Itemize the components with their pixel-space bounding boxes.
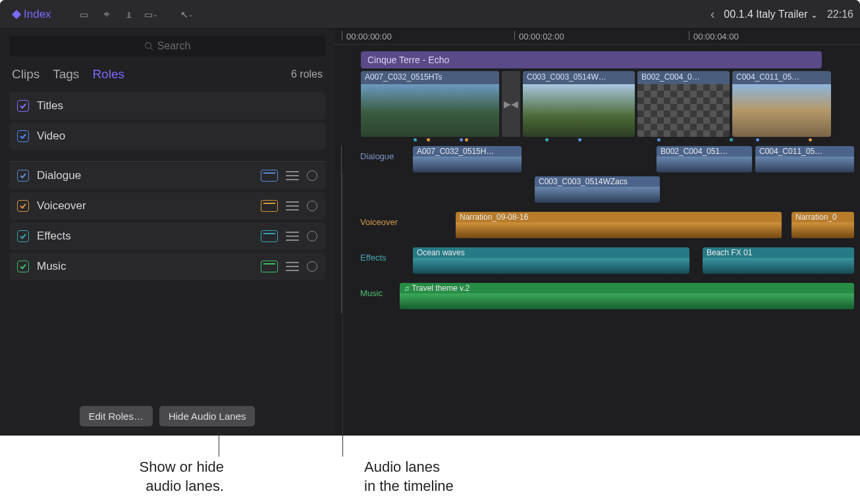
clip-label: Narration_0 <box>792 212 854 222</box>
waveform <box>755 157 854 172</box>
clip-label: B002_C004_051… <box>657 146 752 157</box>
nav-back-icon[interactable]: ‹ <box>711 7 715 22</box>
audio-clip[interactable]: B002_C004_051… <box>657 146 752 172</box>
diamond-icon <box>12 9 21 18</box>
roles-count: 6 roles <box>291 68 323 80</box>
audio-clip[interactable]: C003_C003_0514WZacs <box>535 176 660 203</box>
role-label: Voiceover <box>37 199 86 213</box>
role-row-effects[interactable]: Effects <box>9 222 325 250</box>
audio-lane-music: Music♬ Travel theme v.2 <box>360 283 860 313</box>
clip-label: C004_C011_05… <box>732 71 831 84</box>
clip-label: C003_C003_0514W… <box>523 71 635 84</box>
callout-right: Audio lanesin the timeline <box>364 458 509 495</box>
checkbox-icon[interactable] <box>17 130 29 142</box>
tab-roles[interactable]: Roles <box>92 67 124 82</box>
list-lines-icon[interactable] <box>286 262 299 271</box>
audio-clip[interactable]: C004_C011_05… <box>755 146 854 172</box>
solo-circle-icon[interactable] <box>307 261 317 272</box>
solo-circle-icon[interactable] <box>307 170 317 181</box>
show-lane-icon[interactable] <box>261 230 278 242</box>
checkbox-icon[interactable] <box>17 170 29 182</box>
transition-icon[interactable]: ▶◀ <box>502 71 520 137</box>
index-button[interactable]: Index <box>7 5 58 24</box>
role-label: Video <box>37 130 65 143</box>
audio-clip[interactable]: Beach FX 01 <box>703 247 854 274</box>
role-row-titles[interactable]: Titles <box>9 92 325 120</box>
checkbox-icon[interactable] <box>17 200 29 212</box>
role-row-dialogue[interactable]: Dialogue <box>9 162 325 189</box>
solo-circle-icon[interactable] <box>307 231 317 241</box>
clip-label: B002_C004_0… <box>637 71 730 84</box>
video-clip[interactable]: A007_C032_0515HTs <box>361 71 499 137</box>
tab-tags[interactable]: Tags <box>53 67 79 82</box>
waveform <box>792 222 854 238</box>
layout-icon-1[interactable]: ▭ <box>75 7 94 22</box>
edit-roles-button[interactable]: Edit Roles… <box>80 406 153 426</box>
timeline-ruler[interactable]: 00:00:00:0000:00:02:0000:00:04:00 <box>335 29 860 45</box>
clip-label: Beach FX 01 <box>703 247 854 258</box>
clip-label: A007_C032_0515HTs <box>361 71 499 84</box>
waveform <box>657 157 752 172</box>
video-clip[interactable]: B002_C004_0… <box>637 71 730 137</box>
audio-clip[interactable]: Narration_0 <box>792 212 854 238</box>
waveform <box>456 222 782 238</box>
callout-left: Show or hideaudio lanes. <box>105 458 224 495</box>
list-lines-icon[interactable] <box>286 201 299 211</box>
layout-icon-4[interactable]: ▭⌄ <box>142 7 161 22</box>
storyline-title-clip[interactable]: Cinque Terre - Echo <box>361 51 822 68</box>
tab-clips[interactable]: Clips <box>12 67 40 82</box>
role-row-video[interactable]: Video <box>9 122 325 150</box>
show-lane-icon[interactable] <box>261 200 278 212</box>
ruler-tick: 00:00:04:00 <box>693 32 739 41</box>
clip-label: C003_C003_0514WZacs <box>535 176 660 187</box>
solo-circle-icon[interactable] <box>307 201 317 211</box>
lane-label: Dialogue <box>360 151 394 161</box>
audio-lane-voiceover: VoiceoverNarration_09-08-16Narration_0 <box>360 212 860 242</box>
index-label: Index <box>24 8 51 21</box>
waveform <box>413 258 689 274</box>
clip-thumbnail <box>361 84 499 137</box>
clip-label: Ocean waves <box>413 247 689 258</box>
list-lines-icon[interactable] <box>286 171 299 180</box>
audio-lane-dialogue: DialogueA007_C032_0515H…B002_C004_051…C0… <box>360 146 860 207</box>
video-clip[interactable]: C003_C003_0514W… <box>523 71 635 137</box>
checkbox-icon[interactable] <box>17 100 29 112</box>
audio-clip[interactable]: Ocean waves <box>413 247 689 274</box>
clip-label: A007_C032_0515H… <box>413 146 522 157</box>
audio-clip[interactable]: Narration_09-08-16 <box>456 212 782 238</box>
show-lane-icon[interactable] <box>261 261 278 272</box>
clip-thumbnail <box>523 84 635 137</box>
audio-clip[interactable]: A007_C032_0515H… <box>413 146 522 172</box>
role-row-voiceover[interactable]: Voiceover <box>9 192 325 220</box>
layout-icon-2[interactable]: ⫩ <box>97 7 116 22</box>
lane-label: Effects <box>360 253 387 263</box>
role-label: Dialogue <box>37 169 81 182</box>
project-title[interactable]: 00.1.4 Italy Trailer ⌄ <box>724 9 818 20</box>
role-label: Titles <box>37 99 63 113</box>
search-input[interactable]: Search <box>9 36 325 57</box>
clip-thumbnail <box>637 84 730 137</box>
layout-icon-3[interactable]: ⫫ <box>120 7 138 22</box>
clip-label: C004_C011_05… <box>755 146 854 157</box>
audio-lane-effects: EffectsOcean wavesBeach FX 01 <box>360 247 860 278</box>
search-icon <box>144 41 153 51</box>
checkbox-icon[interactable] <box>17 230 29 242</box>
checkbox-icon[interactable] <box>17 261 29 272</box>
waveform <box>413 157 522 172</box>
lane-label: Music <box>360 288 383 298</box>
pointer-tool-icon[interactable]: ↖⌄ <box>178 7 196 22</box>
svg-point-0 <box>145 43 151 49</box>
svg-line-1 <box>150 48 153 51</box>
primary-storyline[interactable]: A007_C032_0515HTs▶◀C003_C003_0514W…B002_… <box>361 71 860 137</box>
music-note-icon: ♬ <box>404 284 412 293</box>
audio-clip[interactable]: ♬ Travel theme v.2 <box>400 283 854 309</box>
list-lines-icon[interactable] <box>286 232 299 241</box>
waveform <box>400 293 854 309</box>
role-row-music[interactable]: Music <box>9 253 325 280</box>
show-lane-icon[interactable] <box>261 170 278 182</box>
ruler-tick: 00:00:02:00 <box>519 32 564 41</box>
hide-audio-lanes-button[interactable]: Hide Audio Lanes <box>159 406 255 426</box>
video-clip[interactable]: C004_C011_05… <box>732 71 831 137</box>
role-label: Effects <box>37 230 71 243</box>
lane-label: Voiceover <box>360 217 398 227</box>
